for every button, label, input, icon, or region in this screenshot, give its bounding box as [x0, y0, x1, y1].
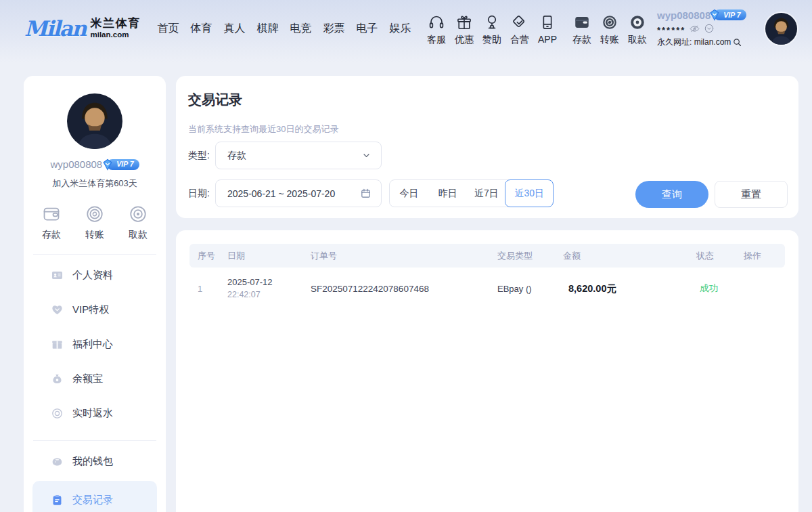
withdraw-button-top[interactable]: 取款 [627, 14, 648, 44]
nav-item-esports[interactable]: 电竞 [290, 22, 312, 36]
table-row: 1 2025-07-12 22:42:07 SF2025071222420786… [189, 268, 785, 310]
sidebar-item-benefits[interactable]: 福利中心 [24, 327, 166, 362]
transfer-outline-icon [85, 204, 105, 224]
magnifier-icon[interactable] [732, 37, 742, 47]
deposit-button-top[interactable]: 存款 [571, 14, 593, 44]
sidebar: wyp080808 VIP 7 加入米兰体育第603天 存款 转账 [24, 76, 166, 512]
type-label: 类型: [188, 142, 210, 169]
range-today-button[interactable]: 今日 [390, 180, 428, 207]
sidebar-username: wyp080808 [50, 158, 102, 170]
topbar-actions: 客服 优惠 赞助 合营 [426, 14, 648, 44]
sidebar-item-transactions[interactable]: 交易记录 [32, 481, 157, 512]
col-order: 订单号 [311, 250, 497, 262]
calendar-icon [360, 188, 371, 199]
sidebar-vip-badge: VIP 7 [107, 159, 139, 170]
clipboard-icon [51, 494, 64, 507]
gift-icon [455, 14, 473, 31]
brand-domain: milan.com [91, 31, 141, 39]
row-amount: 8,620.00元 [563, 282, 696, 295]
piggy-bank-icon [51, 455, 64, 468]
join-days-text: 加入米兰体育第603天 [24, 177, 166, 190]
withdraw-outline-icon [128, 204, 148, 224]
range-30days-button[interactable]: 近30日 [505, 179, 554, 207]
page-subtitle: 当前系统支持查询最近30日的交易记录 [188, 123, 338, 135]
sidebar-item-yuebao[interactable]: 余额宝 [24, 362, 166, 396]
id-card-icon [51, 269, 64, 282]
nav-item-sports[interactable]: 体育 [191, 22, 212, 36]
nav-item-home[interactable]: 首页 [158, 22, 179, 36]
search-button[interactable]: 查询 [635, 181, 708, 208]
site-url: 永久网址: milan.com [657, 37, 731, 48]
table-panel: 序号 日期 订单号 交易类型 金额 状态 操作 1 2025-07-12 22:… [176, 230, 798, 512]
filter-panel: 交易记录 当前系统支持查询最近30日的交易记录 类型: 存款 日期: 2025-… [176, 76, 798, 218]
main-nav: 首页 体育 真人 棋牌 电竞 彩票 电子 娱乐 [158, 22, 411, 36]
masked-password: ****** [657, 23, 685, 35]
nav-item-lottery[interactable]: 彩票 [323, 22, 345, 36]
user-line-password: ****** [657, 23, 760, 35]
gift-filled-icon [51, 338, 64, 351]
reset-button[interactable]: 重置 [715, 181, 788, 208]
user-line-site: 永久网址: milan.com [657, 37, 760, 48]
sidebar-item-rebate[interactable]: 实时返水 [24, 396, 166, 431]
sidebar-item-wallet[interactable]: 我的钱包 [24, 444, 166, 479]
user-line-name[interactable]: wyp080808 VIP 7 [657, 9, 760, 21]
promo-button[interactable]: 优惠 [453, 14, 475, 44]
brand-logo[interactable]: Milan 米兰体育 milan.com [24, 18, 141, 39]
app-download-button[interactable]: APP [537, 14, 558, 44]
sidebar-item-profile[interactable]: 个人资料 [24, 258, 166, 293]
row-order-no: SF202507122242078607468 [311, 284, 497, 294]
topbar: Milan 米兰体育 milan.com 首页 体育 真人 棋牌 电竞 彩票 电… [0, 0, 812, 62]
col-amount: 金额 [563, 250, 696, 262]
sidebar-vip-label: VIP 7 [116, 161, 133, 168]
date-range-input[interactable]: 2025-06-21 ~ 2025-07-20 [215, 179, 382, 207]
chevron-down-icon [361, 150, 371, 161]
sidebar-user-row: wyp080808 VIP 7 [24, 158, 166, 170]
sidebar-menu: 个人资料 VIP特权 福利中心 余额宝 [24, 258, 166, 431]
table-header: 序号 日期 订单号 交易类型 金额 状态 操作 [189, 244, 785, 268]
date-quick-filters: 今日 昨日 近7日 近30日 [389, 179, 554, 207]
sidebar-quick-actions: 存款 转账 取款 [24, 204, 166, 241]
eye-off-icon[interactable] [689, 23, 700, 35]
row-date-day: 2025-07-12 [227, 276, 311, 289]
range-7days-button[interactable]: 近7日 [467, 180, 505, 207]
nav-item-entertainment[interactable]: 娱乐 [390, 22, 411, 36]
sidebar-avatar[interactable] [67, 93, 122, 149]
user-info: wyp080808 VIP 7 ****** 永久网址: milan. [657, 9, 760, 48]
avatar[interactable] [765, 13, 797, 45]
col-status: 状态 [696, 250, 744, 262]
sidebar-divider-2 [33, 440, 156, 441]
username: wyp080808 [657, 9, 710, 21]
partner-button[interactable]: 合营 [509, 14, 531, 44]
withdraw-quick-button[interactable]: 取款 [128, 204, 148, 241]
range-yesterday-button[interactable]: 昨日 [428, 180, 467, 207]
vip-label: VIP 7 [723, 12, 740, 19]
deposit-quick-button[interactable]: 存款 [41, 204, 62, 241]
vip-heart-icon [51, 303, 64, 316]
transfer-button-top[interactable]: 转账 [599, 14, 621, 44]
row-date-time: 22:42:07 [227, 289, 311, 301]
headset-icon [428, 14, 445, 31]
brand-logo-text: 米兰体育 milan.com [91, 18, 141, 39]
row-status: 成功 [696, 282, 744, 295]
vip-badge: VIP 7 [714, 9, 746, 20]
wallet-outline-icon [41, 204, 62, 224]
sidebar-item-vip[interactable]: VIP特权 [24, 293, 166, 327]
handshake-icon [511, 14, 528, 31]
sidebar-vip-gem-icon [101, 158, 114, 171]
sidebar-menu-secondary: 我的钱包 交易记录 [24, 444, 166, 512]
sponsor-button[interactable]: 赞助 [481, 14, 503, 44]
chevron-circle-icon[interactable] [704, 23, 715, 34]
type-select[interactable]: 存款 [215, 142, 382, 169]
brand-logo-script: Milan [24, 18, 86, 39]
sidebar-divider-1 [33, 254, 156, 255]
nav-item-live[interactable]: 真人 [224, 22, 246, 36]
date-range-value: 2025-06-21 ~ 2025-07-20 [227, 188, 360, 199]
service-button[interactable]: 客服 [426, 14, 447, 44]
transfer-quick-button[interactable]: 转账 [85, 204, 105, 241]
nav-item-slots[interactable]: 电子 [357, 22, 378, 36]
transfer-filled-icon [601, 14, 618, 31]
withdraw-filled-icon [629, 14, 646, 31]
nav-item-cards[interactable]: 棋牌 [257, 22, 279, 36]
trophy-icon [483, 14, 501, 31]
page-title: 交易记录 [188, 91, 242, 109]
